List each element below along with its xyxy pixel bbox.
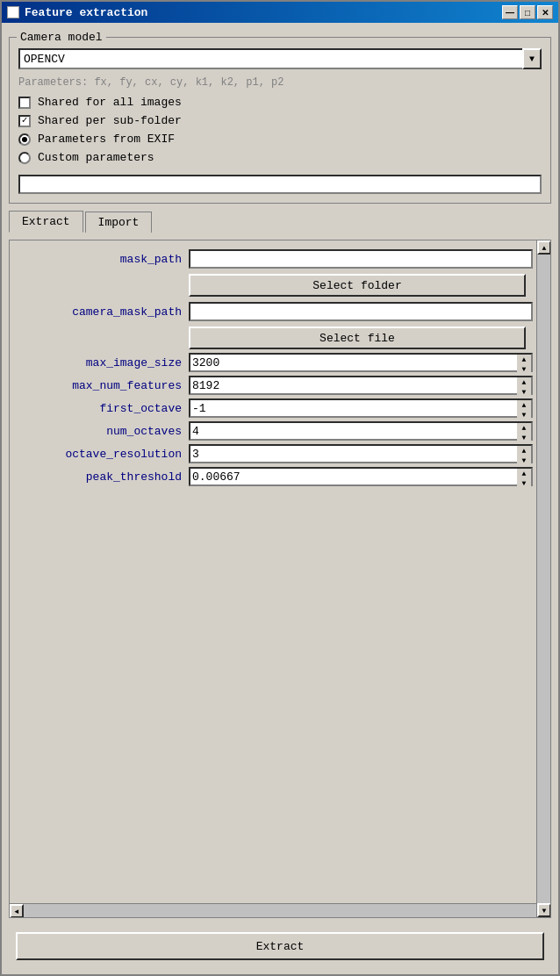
spinner-up-peak_threshold[interactable]: ▲ <box>517 469 531 478</box>
vertical-scrollbar: ▲ ▼ <box>536 240 550 903</box>
app-icon <box>7 6 19 18</box>
params-label: Parameters: fx, fy, cx, cy, k1, k2, p1, … <box>18 76 542 89</box>
spinner-label-first_octave: first_octave <box>13 402 189 415</box>
spinner-down-first_octave[interactable]: ▼ <box>517 410 531 420</box>
params-exif-label: Parameters from EXIF <box>38 133 175 146</box>
window-controls: — □ ✕ <box>502 5 553 19</box>
camera-model-dropdown[interactable]: OPENCV OPENCV_FISHEYE SIMPLE_RADIAL RADI… <box>18 48 542 69</box>
camera-model-section: Camera model OPENCV OPENCV_FISHEYE SIMPL… <box>9 37 551 204</box>
spinner-row-num_octaves: num_octaves▲▼ <box>13 421 533 441</box>
spinner-input-first_octave[interactable] <box>189 398 517 418</box>
spinner-input-octave_resolution[interactable] <box>189 444 517 463</box>
spinner-input-num_octaves[interactable] <box>189 421 517 441</box>
window-body: Camera model OPENCV OPENCV_FISHEYE SIMPL… <box>2 23 558 974</box>
custom-params-input[interactable] <box>18 175 542 194</box>
spinner-wrapper-num_octaves: ▲▼ <box>189 421 533 441</box>
spinner-buttons-num_octaves: ▲▼ <box>517 421 533 441</box>
mask-path-row: mask_path <box>13 248 533 270</box>
horizontal-scrollbar: ◄ ► <box>10 903 550 917</box>
spinner-wrapper-max_image_size: ▲▼ <box>189 353 533 372</box>
spinner-wrapper-peak_threshold: ▲▼ <box>189 467 533 486</box>
camera-model-dropdown-wrapper: OPENCV OPENCV_FISHEYE SIMPLE_RADIAL RADI… <box>18 48 542 69</box>
scroll-up-button[interactable]: ▲ <box>537 240 550 255</box>
camera-mask-path-input[interactable] <box>189 302 533 321</box>
camera-model-title: Camera model <box>17 31 106 44</box>
spinner-buttons-peak_threshold: ▲▼ <box>517 467 533 486</box>
params-exif-radio[interactable] <box>18 133 31 146</box>
scrollable-form: mask_path Select folder camera_mask_path… <box>10 240 550 903</box>
tab-import[interactable]: Import <box>85 212 153 233</box>
shared-sub-label: Shared per sub-folder <box>38 114 182 127</box>
camera-mask-path-row: camera_mask_path <box>13 300 533 323</box>
spinner-label-max_num_features: max_num_features <box>13 379 189 392</box>
tab-content-area: mask_path Select folder camera_mask_path… <box>9 240 551 918</box>
extract-btn-row: Extract <box>9 925 551 967</box>
shared-all-label: Shared for all images <box>38 96 182 109</box>
tab-extract[interactable]: Extract <box>9 211 83 233</box>
spinner-down-num_octaves[interactable]: ▼ <box>517 433 531 442</box>
scroll-track-h <box>24 904 536 917</box>
select-folder-button[interactable]: Select folder <box>189 274 526 297</box>
title-bar: Feature extraction — □ ✕ <box>2 2 558 23</box>
spinner-label-num_octaves: num_octaves <box>13 425 189 438</box>
minimize-button[interactable]: — <box>502 5 518 19</box>
tabs-row: Extract Import <box>9 211 551 233</box>
main-window: Feature extraction — □ ✕ Camera model OP… <box>0 0 560 976</box>
spinner-row-peak_threshold: peak_threshold▲▼ <box>13 467 533 486</box>
spinner-up-num_octaves[interactable]: ▲ <box>517 423 531 433</box>
spinner-input-peak_threshold[interactable] <box>189 467 517 486</box>
spinner-down-octave_resolution[interactable]: ▼ <box>517 456 531 465</box>
spinner-up-octave_resolution[interactable]: ▲ <box>517 446 531 456</box>
spinner-input-max_image_size[interactable] <box>189 353 517 372</box>
maximize-button[interactable]: □ <box>520 5 535 19</box>
shared-all-checkbox[interactable] <box>18 97 31 109</box>
shared-all-row: Shared for all images <box>18 96 542 109</box>
dropdown-row: OPENCV OPENCV_FISHEYE SIMPLE_RADIAL RADI… <box>18 48 542 69</box>
spinner-down-max_image_size[interactable]: ▼ <box>517 364 531 374</box>
spinner-up-max_image_size[interactable]: ▲ <box>517 355 531 364</box>
spinner-down-peak_threshold[interactable]: ▼ <box>517 478 531 488</box>
spinner-down-max_num_features[interactable]: ▼ <box>517 387 531 397</box>
params-exif-row: Parameters from EXIF <box>18 133 542 146</box>
spinner-label-octave_resolution: octave_resolution <box>13 448 189 461</box>
spinner-label-max_image_size: max_image_size <box>13 356 189 370</box>
spinner-row-first_octave: first_octave▲▼ <box>13 398 533 418</box>
spinner-up-max_num_features[interactable]: ▲ <box>517 377 531 387</box>
custom-params-row: Custom parameters <box>18 151 542 164</box>
spinner-buttons-octave_resolution: ▲▼ <box>517 444 533 463</box>
shared-sub-checkbox[interactable] <box>18 115 31 127</box>
spinner-buttons-first_octave: ▲▼ <box>517 398 533 418</box>
custom-params-label: Custom parameters <box>38 151 154 164</box>
spinner-up-first_octave[interactable]: ▲ <box>517 400 531 410</box>
select-file-button[interactable]: Select file <box>189 327 526 349</box>
spinner-row-max_image_size: max_image_size▲▼ <box>13 353 533 372</box>
custom-params-radio[interactable] <box>18 152 31 164</box>
spinner-fields: max_image_size▲▼max_num_features▲▼first_… <box>13 353 533 486</box>
spinner-buttons-max_num_features: ▲▼ <box>517 376 533 395</box>
spinner-row-octave_resolution: octave_resolution▲▼ <box>13 444 533 463</box>
extract-button[interactable]: Extract <box>16 932 544 960</box>
mask-path-input[interactable] <box>189 249 533 269</box>
spinner-wrapper-octave_resolution: ▲▼ <box>189 444 533 463</box>
shared-sub-row: Shared per sub-folder <box>18 114 542 127</box>
camera-mask-path-label: camera_mask_path <box>13 305 189 319</box>
close-button[interactable]: ✕ <box>537 5 553 19</box>
spinner-buttons-max_image_size: ▲▼ <box>517 353 533 372</box>
scroll-track-v <box>537 255 550 903</box>
scroll-left-button[interactable]: ◄ <box>10 904 24 918</box>
mask-path-label: mask_path <box>13 253 189 266</box>
spinner-input-max_num_features[interactable] <box>189 376 517 395</box>
window-title: Feature extraction <box>25 6 497 19</box>
spinner-wrapper-max_num_features: ▲▼ <box>189 376 533 395</box>
spinner-wrapper-first_octave: ▲▼ <box>189 398 533 418</box>
dropdown-arrow-icon[interactable]: ▼ <box>522 48 542 69</box>
spinner-label-peak_threshold: peak_threshold <box>13 470 189 484</box>
spinner-row-max_num_features: max_num_features▲▼ <box>13 376 533 395</box>
